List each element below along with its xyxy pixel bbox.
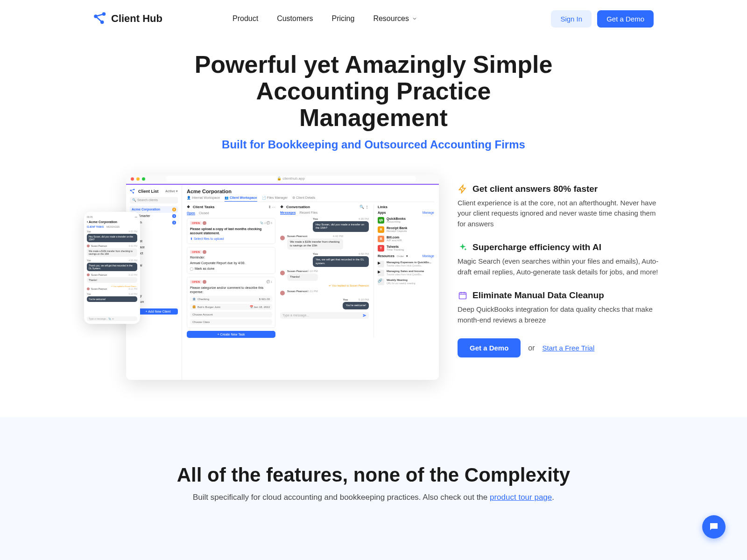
choose-class: Choose Class xyxy=(190,319,272,325)
task-card: OPEN 💬 1 Please categorize and/or commen… xyxy=(187,277,275,328)
maximize-icon xyxy=(142,177,145,181)
header-buttons: Sign In Get a Demo xyxy=(551,10,654,28)
phone-company: ‹ Acme Corporation xyxy=(87,220,137,224)
workspace: Acme Corporation 👤 Internal Workspace 👥 … xyxy=(182,185,439,380)
cta-trial-link[interactable]: Start a Free Trial xyxy=(543,344,595,352)
phone-tabs: CLIENT TASKSMESSAGES xyxy=(87,225,137,228)
phone-message: Susan Pearson5:10 PMThanks! xyxy=(87,273,137,283)
reply-indicator: ↩ You replied to Susan Pearson xyxy=(280,284,369,287)
phone-message: Susan Pearson4:42 PMWe made a $10k trans… xyxy=(87,245,137,257)
tsheets-icon: T xyxy=(378,245,384,252)
task-card: OPEN Reminder: Annual Corporate Report d… xyxy=(187,247,275,274)
resource-item: ▶Managing Sales and IncomeTutorial video… xyxy=(378,270,434,276)
product-tour-link[interactable]: product tour page xyxy=(490,493,552,502)
logo-icon xyxy=(93,12,107,26)
avatar-icon xyxy=(280,236,285,240)
lightning-icon xyxy=(458,184,468,194)
billcom-icon: B xyxy=(378,236,384,242)
apps-header: AppsManage xyxy=(378,211,434,214)
phone-message: Susan Pearson5:11 PM xyxy=(87,287,137,290)
hero-subtitle: Built for Bookkeeping and Outsourced Acc… xyxy=(0,138,747,151)
active-filter: Active ▾ xyxy=(165,189,178,193)
nav-pricing[interactable]: Pricing xyxy=(332,14,355,23)
message: You4:35 PMHey Susan, did you made a tran… xyxy=(280,217,369,232)
account-chip: 🏦 Checking $ 921.00 xyxy=(190,296,272,302)
url-bar: 🔒 clienthub.app xyxy=(166,176,416,182)
site-header: Client Hub Product Customers Pricing Res… xyxy=(0,0,747,37)
sparkle-icon xyxy=(458,242,468,252)
signin-button[interactable]: Sign In xyxy=(551,10,592,28)
video-thumb-icon: ▶ xyxy=(378,270,384,276)
app-body: Client List Active ▾ 🔍 Search clients Ac… xyxy=(126,185,439,380)
workspace-tabs: 👤 Internal Workspace 👥 Client Workspace … xyxy=(187,196,434,202)
hero-title: Powerful yet Amazingly Simple Accounting… xyxy=(187,51,560,132)
nav-resources[interactable]: Resources xyxy=(373,14,417,23)
phone-mock: 09:05••• ‹ Acme Corporation CLIENT TASKS… xyxy=(84,212,140,324)
hero-cta: Get a Demo or Start a Free Trial xyxy=(458,338,663,357)
cta-or: or xyxy=(528,344,535,352)
message-input: Type a message... xyxy=(280,312,369,319)
client-row: Acme Corporation2 xyxy=(130,206,178,213)
demo-button[interactable]: Get a Demo xyxy=(597,10,654,28)
conv-tabs: MessagesRecent Files xyxy=(280,211,369,215)
minimize-icon xyxy=(136,177,140,181)
phone-input: Type a message... 📎 ➤ xyxy=(87,316,137,321)
main-nav: Product Customers Pricing Resources xyxy=(233,14,417,23)
task-card: OPEN 📎 2 💬 5 Please upload a copy of las… xyxy=(187,218,275,244)
features-section: All of the features, none of the Complex… xyxy=(0,417,747,560)
add-client-button: + Add New Client xyxy=(138,308,178,315)
features-column: Get client answers 80% faster Client exp… xyxy=(458,175,663,358)
phone-message: You4:35 PMHey Susan, did you made a tran… xyxy=(87,230,137,242)
brand-name: Client Hub xyxy=(111,13,162,25)
conversation-col: ❖ Conversation🔍 ⋮ MessagesRecent Files Y… xyxy=(280,205,369,338)
avatar-icon xyxy=(280,291,285,295)
resource-item: ▶Managing Expenses in QuickBo...Tutorial… xyxy=(378,261,434,267)
workspace-cols: ❖ Client Tasks⫴ ⋯ OpenClosed OPEN 📎 2 💬 … xyxy=(187,205,434,338)
main-row: 🔒 clienthub.app Client List Active ▾ 🔍 S… xyxy=(0,161,747,417)
feature-item: Eliminate Manual Data Cleanup Deep Quick… xyxy=(458,290,663,325)
create-task-button: + Create New Task xyxy=(187,331,275,338)
phone-statusbar: 09:05••• xyxy=(87,216,137,218)
client-search: 🔍 Search clients xyxy=(130,197,178,203)
avatar-icon xyxy=(87,273,90,276)
chat-launcher[interactable] xyxy=(702,515,726,539)
resource-item: 🔗Weekly MeetingURL for our weekly meetin… xyxy=(378,279,434,285)
links-col: Links AppsManage qbQuickBooksAccounting … xyxy=(374,205,434,338)
choose-account: Choose Account xyxy=(190,312,272,317)
company-title: Acme Corporation xyxy=(187,189,434,194)
app-link: TTsheetsTime Tracking xyxy=(378,245,434,252)
browser-window: 🔒 clienthub.app Client List Active ▾ 🔍 S… xyxy=(126,175,439,380)
tasks-heading: ❖ Client Tasks⫴ ⋯ xyxy=(187,205,275,210)
app-link: BBill.comA/P and A/R xyxy=(378,236,434,242)
message: Susan Pearson5:10 PMThanks! xyxy=(280,270,369,281)
tab-client: 👥 Client Workspace xyxy=(225,196,257,202)
calendar-icon xyxy=(458,290,468,301)
cta-demo-button[interactable]: Get a Demo xyxy=(458,338,521,357)
app-link: qbQuickBooksAccounting xyxy=(378,217,434,224)
avatar-icon xyxy=(280,271,285,275)
message: Susan Pearson4:42 PMWe made a $10k trans… xyxy=(280,235,369,250)
svg-rect-6 xyxy=(459,293,466,299)
avatar-icon xyxy=(203,221,206,225)
close-icon xyxy=(131,177,134,181)
phone-message: You5:10 PMYou're welcome! xyxy=(87,293,137,302)
quickbooks-icon: qb xyxy=(378,217,384,224)
app-link: RReceipt BankReceipt Capture xyxy=(378,226,434,233)
brand-logo[interactable]: Client Hub xyxy=(93,12,162,26)
receipt-bank-icon: R xyxy=(378,226,384,233)
sec2-title: All of the features, none of the Complex… xyxy=(0,464,747,486)
avatar-icon xyxy=(203,280,206,284)
nav-customers[interactable]: Customers xyxy=(277,14,313,23)
open-closed-tabs: OpenClosed xyxy=(187,211,275,215)
hero: Powerful yet Amazingly Simple Accounting… xyxy=(0,37,747,161)
tab-files: 📄 Files Manager xyxy=(262,196,288,200)
feature-item: Supercharge efficiency with AI Magic Sea… xyxy=(458,242,663,277)
avatar-icon xyxy=(203,250,206,254)
message: Susan Pearson5:11 PM xyxy=(280,290,369,295)
avatar-icon xyxy=(87,287,90,290)
nav-product[interactable]: Product xyxy=(233,14,258,23)
feature-item: Get client answers 80% faster Client exp… xyxy=(458,184,663,230)
conv-heading: ❖ Conversation🔍 ⋮ xyxy=(280,205,369,209)
resources-header: Resources Order ▾Manage xyxy=(378,254,434,258)
vendor-chip: 🍔 Bob's Burger Joint 📅 Jan 18, 2022 xyxy=(190,304,272,310)
